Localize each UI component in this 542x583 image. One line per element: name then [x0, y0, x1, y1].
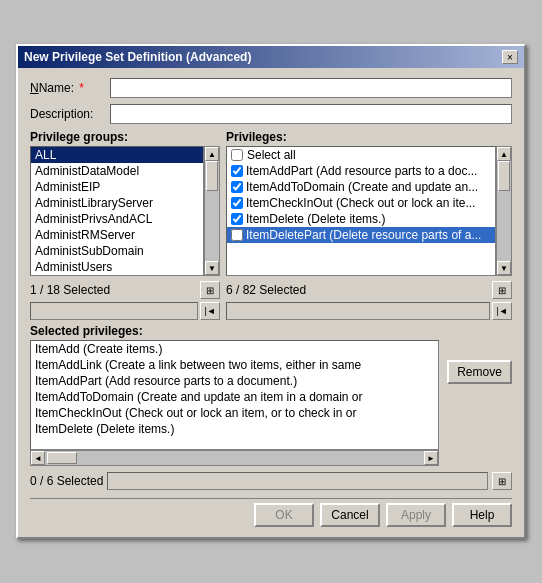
list-item[interactable]: ItemAddPart (Add resource parts to a doc…	[227, 163, 495, 179]
ok-button[interactable]: OK	[254, 503, 314, 527]
list-item[interactable]: ItemCheckInOut (Check out or lock an ite…	[227, 195, 495, 211]
hscroll-left-btn[interactable]: ◄	[31, 451, 45, 465]
list-item[interactable]: AdministDataModel	[31, 163, 203, 179]
list-item[interactable]: ItemDelete (Delete items.)	[31, 421, 438, 437]
remove-button[interactable]: Remove	[447, 360, 512, 384]
groups-count-row: 1 / 18 Selected ⊞	[30, 281, 220, 299]
selected-count-row: 0 / 6 Selected ⊞	[30, 472, 512, 490]
title-bar: New Privilege Set Definition (Advanced) …	[18, 46, 524, 68]
list-item[interactable]: ItemAddToDomain (Create and update an...	[227, 179, 495, 195]
description-input[interactable]	[110, 104, 512, 124]
list-item[interactable]: ItemDelete (Delete items.)	[227, 211, 495, 227]
hscroll-right-btn[interactable]: ►	[424, 451, 438, 465]
privileges-filter-btn[interactable]: ⊞	[492, 281, 512, 299]
selected-filter-btn[interactable]: ⊞	[492, 472, 512, 490]
name-row: NName: *	[30, 78, 512, 98]
list-item[interactable]: AdministPrivsAndACL	[31, 211, 203, 227]
list-item[interactable]: ItemAddLink (Create a link between two i…	[31, 357, 438, 373]
cancel-button[interactable]: Cancel	[320, 503, 380, 527]
privileges-panel: Privileges: Select all ItemAddPart (Add …	[226, 130, 512, 276]
apply-button[interactable]: Apply	[386, 503, 446, 527]
list-item[interactable]: AdministUsers	[31, 259, 203, 275]
selected-privileges-label: Selected privileges:	[30, 324, 439, 338]
remove-section: Remove	[447, 324, 512, 384]
scrollbar-thumb[interactable]	[206, 161, 218, 191]
selected-search-input[interactable]	[107, 472, 488, 490]
select-all-row[interactable]: Select all	[227, 147, 495, 163]
selected-count: 0 / 6 Selected	[30, 474, 103, 488]
close-button[interactable]: ×	[502, 50, 518, 64]
name-required: *	[79, 81, 84, 95]
list-item[interactable]: ItemAdd (Create items.)	[31, 341, 438, 357]
privileges-label: Privileges:	[226, 130, 512, 144]
name-input[interactable]	[110, 78, 512, 98]
privileges-listbox[interactable]: Select all ItemAddPart (Add resource par…	[226, 146, 496, 276]
button-row: OK Cancel Apply Help	[30, 498, 512, 527]
selected-section: Selected privileges: ItemAdd (Create ite…	[30, 324, 512, 466]
groups-count: 1 / 18 Selected	[30, 283, 196, 297]
groups-filter-btn[interactable]: ⊞	[200, 281, 220, 299]
list-item[interactable]: AdministEIP	[31, 179, 203, 195]
description-row: Description:	[30, 104, 512, 124]
privilege-groups-listbox[interactable]: ALL AdministDataModel AdministEIP Admini…	[30, 146, 204, 276]
scroll-up-btn[interactable]: ▲	[205, 147, 219, 161]
groups-search-input[interactable]	[30, 302, 198, 320]
privileges-search-input[interactable]	[226, 302, 490, 320]
priv-checkbox[interactable]	[231, 197, 243, 209]
scroll-down-btn[interactable]: ▼	[205, 261, 219, 275]
scroll-up-btn[interactable]: ▲	[497, 147, 511, 161]
list-item[interactable]: ALL	[31, 147, 203, 163]
groups-search-btn[interactable]: |◄	[200, 302, 220, 320]
list-item[interactable]: AdministSubDomain	[31, 243, 203, 259]
scrollbar-track[interactable]	[497, 161, 511, 261]
privileges-search-btn[interactable]: |◄	[492, 302, 512, 320]
priv-checkbox[interactable]	[231, 213, 243, 225]
select-all-label: Select all	[247, 148, 296, 162]
name-label: N	[30, 81, 39, 95]
priv-checkbox[interactable]	[231, 181, 243, 193]
list-item[interactable]: ItemAddPart (Add resource parts to a doc…	[31, 373, 438, 389]
description-label: Description:	[30, 107, 93, 121]
help-button[interactable]: Help	[452, 503, 512, 527]
privileges-count-row: 6 / 82 Selected ⊞	[226, 281, 512, 299]
selected-panel: Selected privileges: ItemAdd (Create ite…	[30, 324, 439, 466]
list-item[interactable]: AdministRMServer	[31, 227, 203, 243]
privileges-count: 6 / 82 Selected	[226, 283, 488, 297]
privilege-groups-panel: Privilege groups: ALL AdministDataModel …	[30, 130, 220, 276]
list-item[interactable]: ItemDeletePart (Delete resource parts of…	[227, 227, 495, 243]
privileges-scrollbar[interactable]: ▲ ▼	[496, 146, 512, 276]
select-all-checkbox[interactable]	[231, 149, 243, 161]
list-item[interactable]: AdministLibraryServer	[31, 195, 203, 211]
hscroll-thumb[interactable]	[47, 452, 77, 464]
list-item[interactable]: ItemCheckInOut (Check out or lock an ite…	[31, 405, 438, 421]
list-item[interactable]: ItemAddToDomain (Create and update an it…	[31, 389, 438, 405]
privilege-groups-scrollbar[interactable]: ▲ ▼	[204, 146, 220, 276]
priv-checkbox[interactable]	[231, 165, 243, 177]
scrollbar-track[interactable]	[205, 161, 219, 261]
dialog-title: New Privilege Set Definition (Advanced)	[24, 50, 251, 64]
selected-hscrollbar[interactable]: ◄ ►	[30, 450, 439, 466]
dialog: New Privilege Set Definition (Advanced) …	[16, 44, 526, 539]
selected-privileges-listbox[interactable]: ItemAdd (Create items.) ItemAddLink (Cre…	[30, 340, 439, 450]
priv-checkbox[interactable]	[231, 229, 243, 241]
scrollbar-thumb[interactable]	[498, 161, 510, 191]
scroll-down-btn[interactable]: ▼	[497, 261, 511, 275]
hscroll-track[interactable]	[45, 451, 424, 465]
privilege-groups-label: Privilege groups:	[30, 130, 220, 144]
